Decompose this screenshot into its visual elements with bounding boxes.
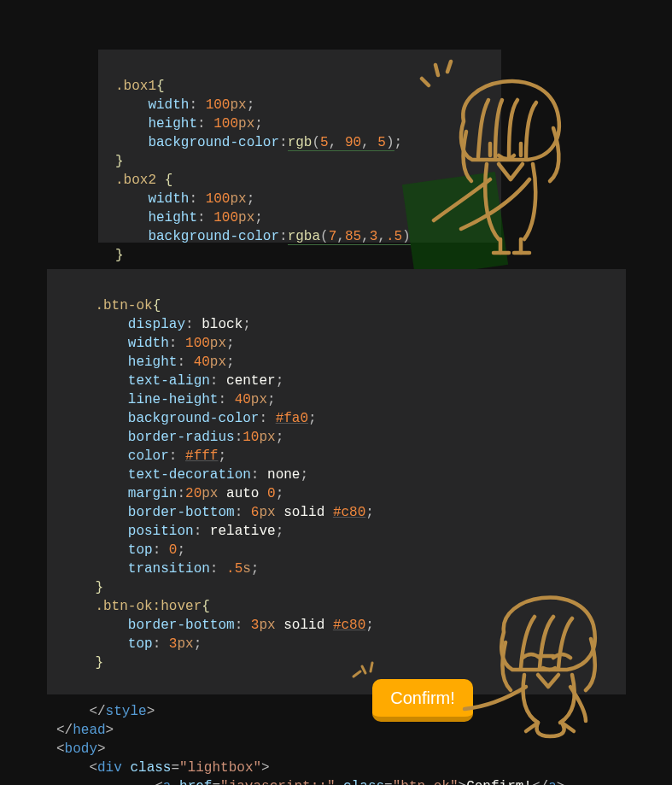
chibi-character-bottom xyxy=(461,572,623,743)
prop: border-bottom xyxy=(128,505,235,520)
prop: text-align xyxy=(128,373,210,389)
prop: color xyxy=(128,448,169,464)
prop: margin xyxy=(128,486,178,501)
prop: line-height xyxy=(128,392,219,407)
spark-icon xyxy=(350,658,376,683)
prop: background-color xyxy=(148,229,279,244)
prop: top xyxy=(128,542,153,558)
prop: text-decoration xyxy=(128,467,251,483)
confirm-button[interactable]: Confirm! xyxy=(372,679,473,722)
chibi-character-top xyxy=(417,53,587,258)
prop: width xyxy=(148,191,189,207)
prop: display xyxy=(128,317,185,332)
prop: top xyxy=(128,636,153,652)
prop: height xyxy=(148,210,197,226)
prop: border-bottom xyxy=(128,618,235,633)
prop: background-color xyxy=(148,135,279,150)
canvas: .box1{ width: 100px; height: 100px; back… xyxy=(0,0,672,785)
prop: position xyxy=(128,524,194,539)
prop: width xyxy=(128,336,169,351)
prop: height xyxy=(148,116,197,132)
prop: transition xyxy=(128,561,210,577)
selector: .box1 xyxy=(115,79,156,94)
prop: width xyxy=(148,97,189,113)
prop: background-color xyxy=(128,411,260,426)
prop: border-radius xyxy=(128,430,235,445)
selector: .btn-ok xyxy=(95,298,152,313)
selector: .btn-ok:hover xyxy=(95,599,202,614)
selector: .box2 xyxy=(115,173,156,188)
prop: height xyxy=(128,354,178,370)
confirm-button-label: Confirm! xyxy=(390,688,455,707)
